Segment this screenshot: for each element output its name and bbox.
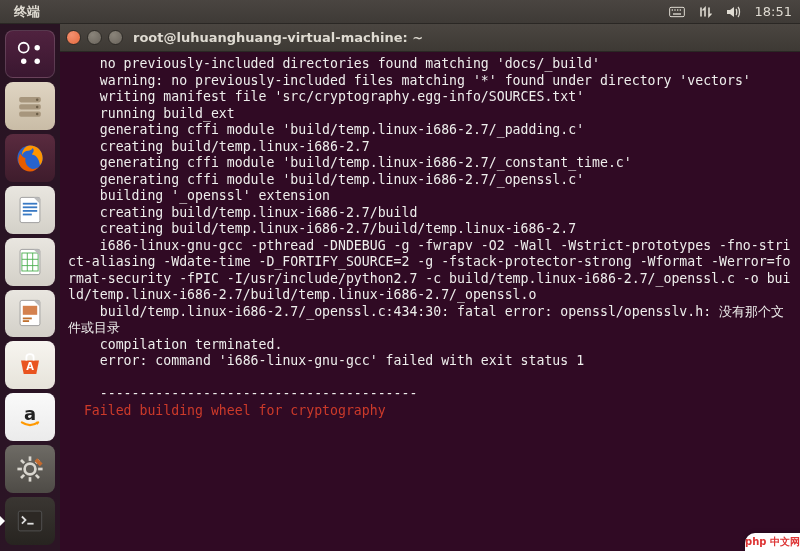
active-app-label: 终端 [14,3,40,21]
svg-point-6 [19,43,29,53]
files-icon[interactable] [5,82,55,130]
watermark-badge: php 中文网 [745,533,800,551]
window-maximize-button[interactable] [108,30,123,45]
libreoffice-calc-icon[interactable] [5,238,55,286]
svg-point-9 [35,58,40,63]
window-title: root@luhuanghuang-virtual-machine: ~ [133,30,423,45]
svg-rect-2 [674,9,675,10]
terminal-content[interactable]: no previously-included directories found… [60,52,800,551]
svg-point-14 [36,105,39,108]
terminal-error-line: Failed building wheel for cryptography [68,403,386,418]
svg-text:a: a [24,403,36,424]
svg-rect-5 [673,13,681,14]
svg-point-15 [36,113,39,116]
window-close-button[interactable] [66,30,81,45]
svg-rect-21 [23,213,32,215]
terminal-output: no previously-included directories found… [68,56,791,401]
svg-rect-20 [23,210,37,212]
svg-point-34 [25,464,36,475]
svg-line-40 [36,475,39,478]
amazon-icon[interactable]: a [5,393,55,441]
svg-rect-18 [23,202,37,204]
ubuntu-software-icon[interactable]: A [5,341,55,389]
top-menubar: 终端 18:51 [0,0,800,24]
svg-line-42 [21,475,24,478]
terminal-titlebar[interactable]: root@luhuanghuang-virtual-machine: ~ [60,24,800,52]
svg-rect-43 [18,511,41,531]
svg-rect-0 [669,7,684,16]
svg-text:A: A [26,362,34,373]
window-minimize-button[interactable] [87,30,102,45]
svg-rect-1 [671,9,672,10]
svg-line-39 [21,460,24,463]
terminal-launcher-icon[interactable] [5,497,55,545]
firefox-icon[interactable] [5,134,55,182]
system-settings-icon[interactable] [5,445,55,493]
svg-rect-19 [23,206,37,208]
svg-rect-29 [23,306,37,315]
terminal-window: root@luhuanghuang-virtual-machine: ~ no … [60,24,800,551]
sound-indicator-icon[interactable] [725,4,741,20]
svg-rect-3 [677,9,678,10]
clock[interactable]: 18:51 [755,4,792,19]
unity-launcher: A a [0,24,60,551]
svg-rect-31 [23,321,29,323]
svg-rect-30 [23,318,32,320]
network-indicator-icon[interactable] [697,4,713,20]
svg-rect-4 [679,9,680,10]
libreoffice-impress-icon[interactable] [5,290,55,338]
libreoffice-writer-icon[interactable] [5,186,55,234]
svg-point-7 [35,45,40,50]
svg-point-8 [21,58,26,63]
svg-point-13 [36,98,39,101]
dash-home-icon[interactable] [5,30,55,78]
keyboard-indicator-icon[interactable] [669,4,685,20]
desktop: 终端 18:51 A [0,0,800,551]
